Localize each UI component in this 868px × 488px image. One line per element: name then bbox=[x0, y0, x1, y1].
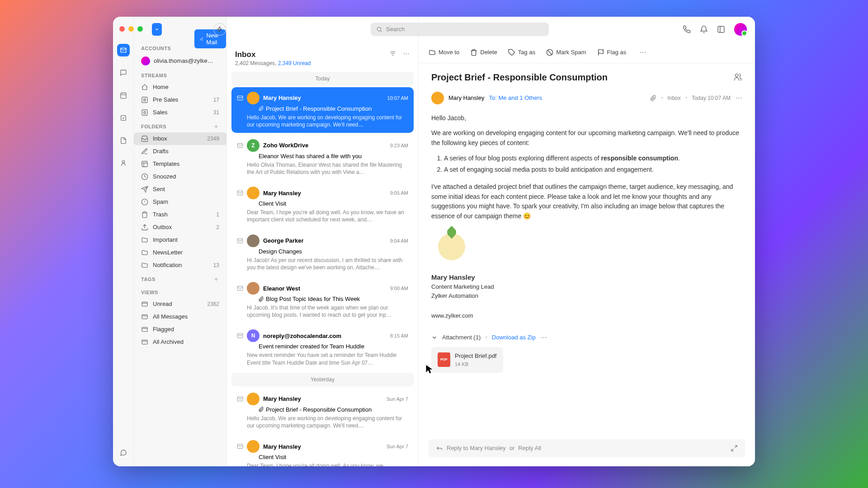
stream-item[interactable]: Home bbox=[134, 81, 226, 94]
download-zip-link[interactable]: Download as Zip bbox=[492, 333, 536, 342]
participants-icon[interactable] bbox=[733, 73, 742, 82]
message-item[interactable]: Nnoreply@zohocalendar.com8:15 AMEvent re… bbox=[231, 325, 414, 371]
account-row[interactable]: olivia.thomas@zylke… bbox=[134, 54, 226, 68]
rail-feedback[interactable] bbox=[117, 446, 130, 459]
folder-item[interactable]: Templates bbox=[134, 158, 226, 170]
attachment-size: 14 KB bbox=[455, 361, 497, 368]
stream-item[interactable]: Sales31 bbox=[134, 106, 226, 119]
add-folder-icon[interactable] bbox=[213, 123, 219, 130]
folder-item[interactable]: Outbox2 bbox=[134, 221, 226, 234]
rail-calendar[interactable] bbox=[117, 89, 130, 102]
attach-more-icon[interactable] bbox=[540, 334, 547, 341]
message-time: Sun Apr 7 bbox=[387, 396, 408, 402]
view-item[interactable]: Unread2362 bbox=[134, 298, 226, 310]
stream-icon bbox=[141, 84, 148, 91]
markspam-button[interactable]: Mark Spam bbox=[546, 49, 586, 56]
reply-bar[interactable]: Reply to Mary Hansley or Reply All bbox=[429, 439, 745, 457]
sender-name: Zoho WorkDrive bbox=[263, 142, 308, 149]
message-item[interactable]: Eleanor West9:00 AMBlog Post Topic Ideas… bbox=[231, 277, 414, 323]
add-tag-icon[interactable] bbox=[213, 276, 219, 282]
sender-avatar bbox=[247, 393, 259, 405]
rail-contacts[interactable] bbox=[117, 157, 130, 169]
message-subject: Event reminder created for Team Huddle bbox=[259, 343, 408, 350]
chevron-down-icon[interactable] bbox=[431, 334, 438, 341]
message-item[interactable]: ZZoho WorkDrive9:23 AMEleanor West has s… bbox=[231, 135, 414, 180]
close-window[interactable] bbox=[119, 26, 125, 32]
attachment-label: Attachment (1) bbox=[442, 333, 481, 342]
svg-rect-13 bbox=[142, 340, 147, 344]
message-item[interactable]: Mary HansleySun Apr 7Client VisitDear Te… bbox=[231, 436, 414, 466]
app-window: New Mail Search ACCOUNTS bbox=[113, 17, 755, 466]
message-item[interactable]: George Parker9:04 AMDesign ChangesHi Jac… bbox=[231, 230, 414, 276]
folder-item[interactable]: Inbox2349 bbox=[134, 132, 226, 145]
message-subject: Eleanor West has shared a file with you bbox=[259, 153, 408, 160]
view-item[interactable]: All Messages bbox=[134, 310, 226, 323]
svg-point-27 bbox=[642, 52, 643, 52]
folder-item[interactable]: Notification13 bbox=[134, 259, 226, 272]
reply-icon bbox=[436, 445, 443, 452]
more-actions-icon[interactable] bbox=[639, 48, 647, 56]
list-header: Inbox 2,402 Messages, 2,349 Unread bbox=[227, 42, 418, 71]
folder-item[interactable]: Important bbox=[134, 234, 226, 246]
layout-icon[interactable] bbox=[717, 25, 725, 33]
message-item[interactable]: Mary HansleySun Apr 7Project Brief - Res… bbox=[231, 388, 414, 434]
bell-icon[interactable] bbox=[700, 25, 708, 33]
folder-item[interactable]: NewsLetter bbox=[134, 246, 226, 259]
new-mail-dropdown[interactable] bbox=[152, 23, 162, 36]
folder-item[interactable]: Drafts bbox=[134, 145, 226, 158]
message-item[interactable]: Mary Hansley9:05 AMClient VisitDear Team… bbox=[231, 182, 414, 228]
attachment-icon[interactable] bbox=[650, 95, 656, 101]
more-icon[interactable] bbox=[403, 50, 410, 57]
folder-item[interactable]: Sent bbox=[134, 183, 226, 196]
top-bar: Search bbox=[227, 17, 755, 42]
view-icon bbox=[141, 313, 148, 320]
moveto-button[interactable]: Move to bbox=[429, 49, 459, 56]
folder-item[interactable]: Snoozed bbox=[134, 170, 226, 183]
maximize-window[interactable] bbox=[137, 26, 143, 32]
minimize-window[interactable] bbox=[128, 26, 134, 32]
folder-icon bbox=[141, 173, 148, 180]
signature-url: www.zylker.com bbox=[431, 311, 742, 320]
rail-mail[interactable] bbox=[117, 44, 130, 56]
message-subject: Client Visit bbox=[259, 454, 408, 460]
envelope-icon bbox=[237, 396, 243, 402]
quick-action-button[interactable] bbox=[213, 23, 226, 36]
envelope-icon bbox=[237, 95, 243, 101]
folder-item[interactable]: Trash1 bbox=[134, 208, 226, 221]
user-avatar[interactable] bbox=[734, 23, 747, 36]
folder-item[interactable]: Spam bbox=[134, 196, 226, 208]
attachment-card[interactable]: PDF Project Brief.pdf 14 KB bbox=[431, 347, 503, 373]
phone-icon[interactable] bbox=[683, 25, 691, 33]
message-subject: Client Visit bbox=[259, 200, 408, 207]
sender-name: Mary Hansley bbox=[263, 190, 301, 197]
tagas-button[interactable]: Tag as bbox=[508, 49, 535, 56]
view-item[interactable]: All Archived bbox=[134, 336, 226, 348]
svg-rect-2 bbox=[121, 93, 126, 98]
message-preview: Dear Team, I hope you're all doing well.… bbox=[247, 462, 408, 466]
rail-tasks[interactable] bbox=[117, 112, 130, 124]
view-icon bbox=[141, 338, 148, 346]
flagas-button[interactable]: Flag as bbox=[597, 49, 627, 56]
filter-icon[interactable] bbox=[389, 50, 396, 57]
rail-notes[interactable] bbox=[117, 134, 130, 147]
list-unread: 2,349 Unread bbox=[278, 60, 311, 66]
recipients[interactable]: To: Me and 1 Others bbox=[489, 94, 542, 101]
sender-name: Mary Hansley bbox=[263, 443, 301, 450]
svg-rect-1 bbox=[718, 26, 724, 33]
list-title: Inbox bbox=[235, 50, 311, 59]
rail-chat[interactable] bbox=[117, 66, 130, 79]
section-accounts: ACCOUNTS bbox=[141, 46, 171, 51]
folder-icon bbox=[141, 160, 148, 168]
message-list: Inbox 2,402 Messages, 2,349 Unread Today… bbox=[227, 17, 419, 466]
delete-button[interactable]: Delete bbox=[470, 49, 497, 56]
stream-item[interactable]: Pre Sales17 bbox=[134, 94, 226, 106]
svg-rect-5 bbox=[142, 97, 147, 103]
expand-icon[interactable] bbox=[731, 445, 738, 452]
message-time: 9:23 AM bbox=[390, 143, 408, 148]
view-item[interactable]: Flagged bbox=[134, 323, 226, 336]
message-item[interactable]: Mary Hansley10:07 AMProject Brief - Resp… bbox=[231, 87, 414, 133]
email-more-icon[interactable] bbox=[735, 94, 742, 102]
email-date: Today 10:07 AM bbox=[692, 95, 731, 101]
svg-point-4 bbox=[122, 160, 124, 163]
search-input[interactable]: Search bbox=[371, 23, 549, 36]
